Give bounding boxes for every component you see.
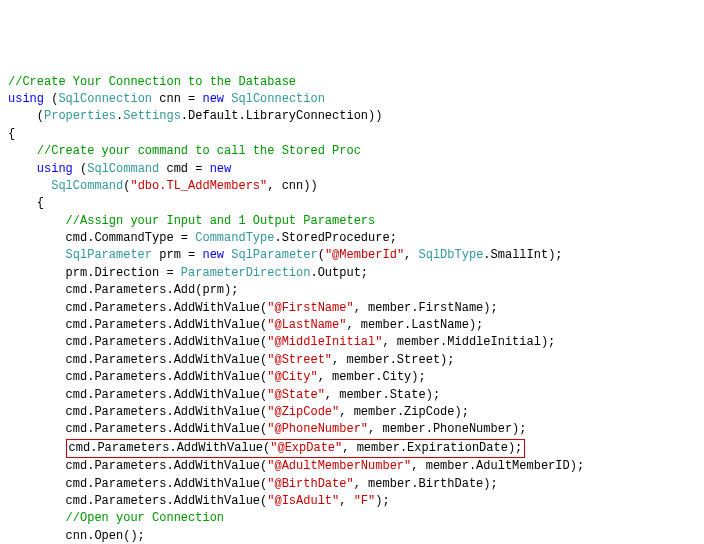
code-token: , member.BirthDate); — [354, 477, 498, 491]
code-token: , member.ZipCode); — [339, 405, 469, 419]
code-line: cmd.Parameters.AddWithValue("@City", mem… — [8, 369, 696, 386]
code-token: //Create Your Connection to the Database — [8, 75, 296, 89]
code-token: cmd.Parameters.AddWithValue( — [66, 388, 268, 402]
code-token: cmd.Parameters.AddWithValue( — [66, 459, 268, 473]
code-token: , member.City); — [318, 370, 426, 384]
code-token: cnn.Open(); — [66, 529, 145, 543]
code-token: "dbo.TL_AddMembers" — [130, 179, 267, 193]
code-token: , member.State); — [325, 388, 440, 402]
code-token: cmd.Parameters.AddWithValue( — [66, 301, 268, 315]
code-line: //Create your command to call the Stored… — [8, 143, 696, 160]
code-line: prm.Direction = ParameterDirection.Outpu… — [8, 265, 696, 282]
code-line: cmd.Parameters.AddWithValue("@Street", m… — [8, 352, 696, 369]
code-line: cmd.Parameters.AddWithValue("@ExpDate", … — [8, 439, 696, 458]
code-token: , — [404, 248, 418, 262]
code-token: SqlParameter — [231, 248, 317, 262]
code-token: ( — [318, 248, 325, 262]
code-token: "@AdultMemberNumber" — [267, 459, 411, 473]
code-token: , member.Street); — [332, 353, 454, 367]
code-token: cmd.Parameters.AddWithValue( — [66, 370, 268, 384]
code-token: , member.LastName); — [346, 318, 483, 332]
code-token: new — [202, 248, 224, 262]
code-token: , member.PhoneNumber); — [368, 422, 526, 436]
code-line: (Properties.Settings.Default.LibraryConn… — [8, 108, 696, 125]
code-token: .SmallInt); — [483, 248, 562, 262]
code-line: //Create Your Connection to the Database — [8, 74, 696, 91]
code-line: cmd.Parameters.Add(prm); — [8, 282, 696, 299]
code-token: SqlDbType — [419, 248, 484, 262]
code-token: "@PhoneNumber" — [267, 422, 368, 436]
code-line: cmd.Parameters.AddWithValue("@State", me… — [8, 387, 696, 404]
code-token: ( — [37, 109, 44, 123]
code-line: cmd.Parameters.AddWithValue("@ZipCode", … — [8, 404, 696, 421]
highlighted-line: cmd.Parameters.AddWithValue("@ExpDate", … — [66, 439, 526, 458]
code-token: new — [210, 162, 232, 176]
code-token: "@ExpDate" — [270, 441, 342, 455]
code-block: //Create Your Connection to the Database… — [8, 74, 696, 544]
code-token: , cnn)) — [267, 179, 317, 193]
code-token: cmd.Parameters.AddWithValue( — [69, 441, 271, 455]
code-token: SqlConnection — [58, 92, 152, 106]
code-token: { — [8, 127, 15, 141]
code-token: cmd.Parameters.AddWithValue( — [66, 353, 268, 367]
code-token: new — [202, 92, 224, 106]
code-token: "@FirstName" — [267, 301, 353, 315]
code-line: cmd.Parameters.AddWithValue("@PhoneNumbe… — [8, 421, 696, 438]
code-token: { — [37, 196, 44, 210]
code-token: ( — [44, 92, 58, 106]
code-token: "@Street" — [267, 353, 332, 367]
code-token: ); — [375, 494, 389, 508]
code-token: using — [37, 162, 73, 176]
code-token: "F" — [354, 494, 376, 508]
code-line: cnn.Open(); — [8, 528, 696, 544]
code-line: cmd.Parameters.AddWithValue("@LastName",… — [8, 317, 696, 334]
code-token: cmd.Parameters.AddWithValue( — [66, 477, 268, 491]
code-token: SqlConnection — [231, 92, 325, 106]
code-token: .Output; — [310, 266, 368, 280]
code-token: cmd.Parameters.AddWithValue( — [66, 335, 268, 349]
code-token: //Create your command to call the Stored… — [37, 144, 361, 158]
code-token: .Default.LibraryConnection)) — [181, 109, 383, 123]
code-token: "@MemberId" — [325, 248, 404, 262]
code-token: .StoredProcedure; — [274, 231, 396, 245]
code-line: cmd.Parameters.AddWithValue("@BirthDate"… — [8, 476, 696, 493]
code-token: cnn = — [152, 92, 202, 106]
code-line: cmd.Parameters.AddWithValue("@FirstName"… — [8, 300, 696, 317]
code-token: , member.AdultMemberID); — [411, 459, 584, 473]
code-token: cmd.Parameters.AddWithValue( — [66, 318, 268, 332]
code-token: cmd.Parameters.Add(prm); — [66, 283, 239, 297]
code-line: cmd.Parameters.AddWithValue("@IsAdult", … — [8, 493, 696, 510]
code-token: "@State" — [267, 388, 325, 402]
code-token: "@LastName" — [267, 318, 346, 332]
code-token: cmd = — [159, 162, 209, 176]
code-token: "@MiddleInitial" — [267, 335, 382, 349]
code-token: ( — [73, 162, 87, 176]
code-token: using — [8, 92, 44, 106]
code-token: SqlParameter — [66, 248, 152, 262]
code-line: using (SqlCommand cmd = new — [8, 161, 696, 178]
code-token: CommandType — [195, 231, 274, 245]
code-line: SqlParameter prm = new SqlParameter("@Me… — [8, 247, 696, 264]
code-line: using (SqlConnection cnn = new SqlConnec… — [8, 91, 696, 108]
code-token: , — [339, 494, 353, 508]
code-token: prm.Direction = — [66, 266, 181, 280]
code-token: cmd.Parameters.AddWithValue( — [66, 405, 268, 419]
code-token: ParameterDirection — [181, 266, 311, 280]
code-line: { — [8, 195, 696, 212]
code-token: , member.ExpirationDate); — [342, 441, 522, 455]
code-token: "@BirthDate" — [267, 477, 353, 491]
code-token: SqlCommand — [51, 179, 123, 193]
code-line: { — [8, 126, 696, 143]
code-token: //Open your Connection — [66, 511, 224, 525]
code-token: cmd.Parameters.AddWithValue( — [66, 422, 268, 436]
code-token: SqlCommand — [87, 162, 159, 176]
code-line: SqlCommand("dbo.TL_AddMembers", cnn)) — [8, 178, 696, 195]
code-token: "@IsAdult" — [267, 494, 339, 508]
code-line: cmd.Parameters.AddWithValue("@MiddleInit… — [8, 334, 696, 351]
code-line: //Assign your Input and 1 Output Paramet… — [8, 213, 696, 230]
code-token: //Assign your Input and 1 Output Paramet… — [66, 214, 376, 228]
code-token: cmd.CommandType = — [66, 231, 196, 245]
code-token: , member.FirstName); — [354, 301, 498, 315]
code-token: "@ZipCode" — [267, 405, 339, 419]
code-token: , member.MiddleInitial); — [382, 335, 555, 349]
